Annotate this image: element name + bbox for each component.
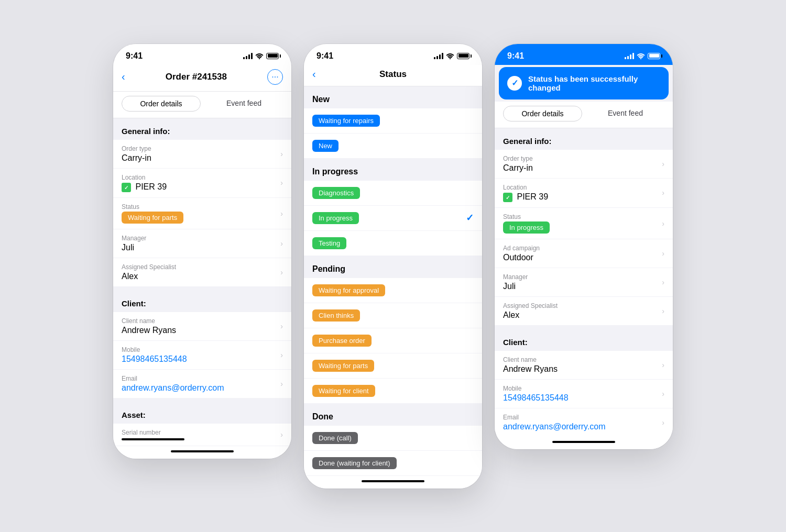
- status-item-purchase-order[interactable]: Purchase order: [304, 328, 482, 353]
- serial-bar-1: [122, 438, 184, 440]
- mobile-row-1[interactable]: Mobile 15498465135448 ›: [113, 341, 291, 370]
- status-bar-3: 9:41: [495, 44, 673, 65]
- success-check-icon: ✓: [507, 76, 522, 91]
- content-scroll-1: General info: Order type Carry-in › Loca…: [113, 118, 291, 459]
- badge-in-progress: In progress: [312, 212, 359, 224]
- status-item-waiting-approval[interactable]: Waiting for approval: [304, 278, 482, 303]
- email-value-3[interactable]: andrew.ryans@orderry.com: [503, 422, 658, 431]
- location-label-3: Location: [503, 184, 658, 191]
- section-pending: Pending: [304, 256, 482, 278]
- assigned-value-3: Alex: [503, 311, 658, 320]
- home-indicator-1: [113, 446, 291, 459]
- status-item-clien-thinks[interactable]: Clien thinks: [304, 303, 482, 328]
- home-bar-2: [362, 480, 424, 482]
- order-type-row-3[interactable]: Order type Carry-in ›: [495, 150, 673, 179]
- location-content-3: Location ✓ PIER 39: [503, 184, 658, 203]
- divider-1: [113, 286, 291, 291]
- status-item-done-waiting[interactable]: Done (waiting for client): [304, 451, 482, 476]
- manager-label-3: Manager: [503, 273, 658, 281]
- status-value-3: In progress: [503, 221, 658, 234]
- client-name-row-1[interactable]: Client name Andrew Ryans ›: [113, 312, 291, 341]
- status-item-in-progress[interactable]: In progress ✓: [304, 206, 482, 231]
- manager-value-1: Juli: [122, 243, 276, 252]
- serial-row-1[interactable]: Serial number ›: [113, 424, 291, 446]
- success-message: Status has been successfully changed: [528, 74, 660, 92]
- signal-bar-1: [243, 57, 245, 59]
- badge-waiting-approval: Waiting for approval: [312, 284, 385, 296]
- status-item-diagnostics[interactable]: Diagnostics: [304, 181, 482, 206]
- badge-testing: Testing: [312, 237, 346, 249]
- nav-bar-2: ‹ Status: [304, 65, 482, 86]
- email-row-3[interactable]: Email andrew.ryans@orderry.com ›: [495, 408, 673, 437]
- status-icons-3: [625, 53, 660, 59]
- manager-row-3[interactable]: Manager Juli ›: [495, 268, 673, 297]
- assigned-content-3: Assigned Specialist Alex: [503, 302, 658, 320]
- wifi-icon-2: [446, 53, 454, 59]
- order-type-row-1[interactable]: Order type Carry-in ›: [113, 140, 291, 169]
- tab-order-details-3[interactable]: Order details: [503, 106, 582, 121]
- mobile-row-3[interactable]: Mobile 15498465135448 ›: [495, 380, 673, 408]
- location-text-1: PIER 39: [135, 182, 167, 191]
- status-badge-1: Waiting for parts: [122, 212, 183, 224]
- signal-bar-4: [251, 53, 253, 59]
- section-done: Done: [304, 404, 482, 426]
- chevron-assigned-3: ›: [662, 307, 664, 315]
- more-button-1[interactable]: ···: [267, 69, 283, 85]
- chevron-mobile-3: ›: [662, 390, 664, 398]
- order-type-label-1: Order type: [122, 145, 276, 152]
- manager-content-1: Manager Juli: [122, 235, 276, 252]
- asset-header-1: Asset:: [113, 402, 291, 424]
- chevron-location-3: ›: [662, 189, 664, 197]
- ad-campaign-row-3[interactable]: Ad campaign Outdoor ›: [495, 239, 673, 268]
- tab-event-feed-1[interactable]: Event feed: [205, 96, 283, 112]
- email-label-1: Email: [122, 375, 276, 382]
- location-value-3: ✓ PIER 39: [503, 192, 658, 203]
- pier-icon-3: ✓: [503, 193, 512, 202]
- chevron-manager-3: ›: [662, 278, 664, 286]
- chevron-ad-campaign-3: ›: [662, 249, 664, 258]
- time-1: 9:41: [126, 51, 143, 61]
- email-value-1[interactable]: andrew.ryans@orderry.com: [122, 383, 276, 393]
- signal-bar-3: [248, 54, 250, 59]
- order-type-value-3: Carry-in: [503, 163, 658, 173]
- signal-bar-2: [246, 56, 247, 59]
- tab-bar-1: Order details Event feed: [113, 92, 291, 118]
- status-row-1[interactable]: Status Waiting for parts ›: [113, 198, 291, 229]
- screen1-order-details: 9:41 ‹ Ord: [113, 44, 291, 459]
- email-row-1[interactable]: Email andrew.ryans@orderry.com ›: [113, 370, 291, 398]
- location-row-3[interactable]: Location ✓ PIER 39 ›: [495, 179, 673, 208]
- back-button-2[interactable]: ‹: [312, 68, 316, 80]
- assigned-row-3[interactable]: Assigned Specialist Alex ›: [495, 297, 673, 325]
- status-item-new[interactable]: New: [304, 134, 482, 159]
- tab-event-feed-3[interactable]: Event feed: [586, 106, 664, 121]
- badge-done-call: Done (call): [312, 432, 358, 444]
- tab-bar-3: Order details Event feed: [495, 102, 673, 128]
- email-content-3: Email andrew.ryans@orderry.com: [503, 414, 658, 431]
- manager-row-1[interactable]: Manager Juli ›: [113, 229, 291, 258]
- status-item-waiting-parts[interactable]: Waiting for parts: [304, 353, 482, 379]
- status-content-2: New Waiting for repairs New In progress …: [304, 86, 482, 489]
- ad-campaign-label-3: Ad campaign: [503, 245, 658, 252]
- client-name-content-3: Client name Andrew Ryans: [503, 356, 658, 374]
- wifi-icon-1: [255, 53, 264, 59]
- mobile-value-3[interactable]: 15498465135448: [503, 393, 658, 403]
- general-info-header-3: General info:: [495, 128, 673, 150]
- assigned-row-1[interactable]: Assigned Specialist Alex ›: [113, 258, 291, 286]
- serial-content-1: Serial number: [122, 429, 276, 440]
- back-button-1[interactable]: ‹: [122, 71, 125, 83]
- status-item-testing[interactable]: Testing: [304, 231, 482, 256]
- pier-icon-1: ✓: [122, 183, 131, 192]
- status-icons-2: [434, 53, 470, 59]
- client-name-row-3[interactable]: Client name Andrew Ryans ›: [495, 351, 673, 380]
- status-row-3[interactable]: Status In progress ›: [495, 208, 673, 239]
- mobile-content-3: Mobile 15498465135448: [503, 385, 658, 403]
- chevron-status-3: ›: [662, 219, 664, 228]
- status-item-waiting-repairs[interactable]: Waiting for repairs: [304, 108, 482, 134]
- assigned-value-1: Alex: [122, 272, 276, 281]
- status-item-waiting-client[interactable]: Waiting for client: [304, 379, 482, 404]
- location-row-1[interactable]: Location ✓ PIER 39 ›: [113, 169, 291, 198]
- mobile-value-1[interactable]: 15498465135448: [122, 354, 276, 364]
- status-item-done-call[interactable]: Done (call): [304, 426, 482, 451]
- tab-order-details-1[interactable]: Order details: [122, 96, 201, 112]
- divider-2: [113, 398, 291, 402]
